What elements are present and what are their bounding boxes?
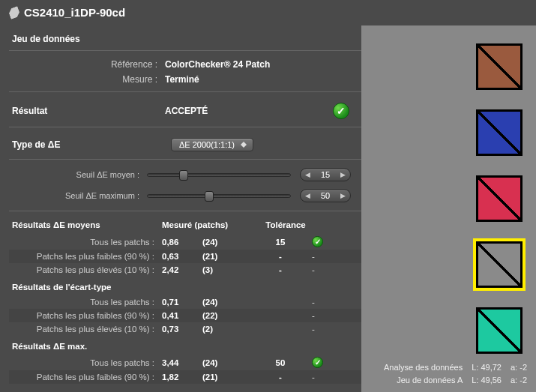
row-tolerance: - xyxy=(249,373,312,382)
results-table: Résultats ΔE moyens Mesuré (patchs) Tolé… xyxy=(9,217,361,384)
avg-threshold-slider[interactable] xyxy=(147,173,291,177)
color-swatch[interactable] xyxy=(476,307,523,354)
avg-threshold-stepper[interactable]: ◀ 15 ▶ xyxy=(300,168,351,181)
row-label: Patchs les plus élevés (10 %) : xyxy=(9,265,162,274)
row-measured: 0,63 xyxy=(162,252,202,261)
row-label: Tous les patchs : xyxy=(9,238,162,247)
row-patches: (24) xyxy=(202,358,249,367)
row-measured: 0,71 xyxy=(162,298,202,307)
row-measured: 1,82 xyxy=(162,373,202,382)
set-L: L: 49,56 xyxy=(472,374,502,388)
avg-threshold-value: 15 xyxy=(321,170,330,179)
set-label: Jeu de données A xyxy=(365,374,463,388)
col-tolerance: Tolérance xyxy=(252,220,319,229)
row-label: Patchs les plus faibles (90 %) : xyxy=(9,311,162,320)
table-row: Patchs les plus faibles (90 %) :0,63(21)… xyxy=(9,250,361,263)
row-label: Tous les patchs : xyxy=(9,358,162,367)
dataset-heading: Jeu de données xyxy=(9,29,361,51)
row-patches: (24) xyxy=(202,238,249,247)
row-label: Patchs les plus faibles (90 %) : xyxy=(9,373,162,382)
row-patches: (21) xyxy=(202,373,249,382)
slider-thumb[interactable] xyxy=(205,191,214,202)
row-measured: 3,44 xyxy=(162,358,202,367)
color-swatch[interactable] xyxy=(476,43,523,90)
color-swatch[interactable] xyxy=(476,241,523,288)
max-threshold-label: Seuil ΔE maximum : xyxy=(9,191,147,200)
result-label: Résultat xyxy=(12,106,165,116)
avg-threshold-label: Seuil ΔE moyen : xyxy=(9,170,147,179)
max-threshold-stepper[interactable]: ◀ 50 ▶ xyxy=(300,189,351,202)
col-metric: Résultats ΔE moyens xyxy=(12,220,162,229)
row-measured: 0,86 xyxy=(162,238,202,247)
table-row: Patchs les plus faibles (90 %) :1,82(21)… xyxy=(9,370,361,384)
chevron-right-icon[interactable]: ▶ xyxy=(340,171,346,178)
reference-label: Référence : xyxy=(9,59,165,70)
check-icon: ✓ xyxy=(312,236,323,247)
set-a: a: -2 xyxy=(511,374,527,388)
analysis-L: L: 49,72 xyxy=(472,361,502,375)
row-measured: 0,73 xyxy=(162,325,202,334)
std-heading: Résultats de l'écart-type xyxy=(9,277,361,295)
chevron-left-icon[interactable]: ◀ xyxy=(305,192,310,199)
color-swatch[interactable] xyxy=(476,175,523,222)
chevron-right-icon[interactable]: ▶ xyxy=(340,192,346,199)
page-title: CS2410_i1DP-90cd xyxy=(9,6,361,19)
table-row: Tous les patchs :0,86(24)15✓ xyxy=(9,234,361,250)
chevron-left-icon[interactable]: ◀ xyxy=(305,171,310,178)
tag-icon xyxy=(7,6,21,19)
table-row: Patchs les plus faibles (90 %) :0,41(22)… xyxy=(9,309,361,322)
max-threshold-slider[interactable] xyxy=(147,194,291,198)
measure-label: Mesure : xyxy=(9,74,165,85)
result-value: ACCEPTÉ xyxy=(165,106,333,116)
slider-thumb[interactable] xyxy=(179,170,188,181)
table-row: Tous les patchs :0,71(24)- xyxy=(9,295,361,309)
table-row: Patchs les plus élevés (10 %) :0,73(2)- xyxy=(9,322,361,336)
max-threshold-value: 50 xyxy=(321,191,330,200)
check-icon: ✓ xyxy=(333,103,349,119)
row-measured: 2,42 xyxy=(162,265,202,274)
color-swatch[interactable] xyxy=(476,109,523,156)
table-row: Tous les patchs :3,44(24)50✓ xyxy=(9,355,361,370)
reference-value: ColorChecker® 24 Patch xyxy=(165,59,270,70)
row-label: Tous les patchs : xyxy=(9,298,162,307)
swatch-panel: Analyse des données L: 49,72 a: -2 Jeu d… xyxy=(361,25,536,392)
table-row: Patchs les plus élevés (10 %) :2,42(3)-- xyxy=(9,263,361,277)
title-text: CS2410_i1DP-90cd xyxy=(24,6,125,19)
row-patches: (22) xyxy=(202,311,249,320)
row-tolerance: 15 xyxy=(249,238,312,247)
measure-value: Terminé xyxy=(165,74,199,85)
row-tolerance: 50 xyxy=(249,358,312,367)
row-patches: (21) xyxy=(202,252,249,261)
row-patches: (2) xyxy=(202,325,249,334)
deltae-type-dropdown[interactable]: ΔE 2000(1:1:1) xyxy=(171,138,253,151)
col-measured: Mesuré (patchs) xyxy=(162,220,252,229)
row-label: Patchs les plus faibles (90 %) : xyxy=(9,252,162,261)
row-tolerance: - xyxy=(249,265,312,274)
row-patches: (24) xyxy=(202,298,249,307)
deltae-type-label: Type de ΔE xyxy=(12,139,171,150)
analysis-a: a: -2 xyxy=(511,361,527,375)
max-heading: Résultats ΔE max. xyxy=(9,336,361,355)
row-tolerance: - xyxy=(249,252,312,261)
row-measured: 0,41 xyxy=(162,311,202,320)
deltae-type-value: ΔE 2000(1:1:1) xyxy=(179,140,235,149)
data-readout: Analyse des données L: 49,72 a: -2 Jeu d… xyxy=(365,361,527,388)
analysis-label: Analyse des données xyxy=(365,361,463,375)
row-patches: (3) xyxy=(202,265,249,274)
check-icon: ✓ xyxy=(312,357,323,368)
row-label: Patchs les plus élevés (10 %) : xyxy=(9,325,162,334)
